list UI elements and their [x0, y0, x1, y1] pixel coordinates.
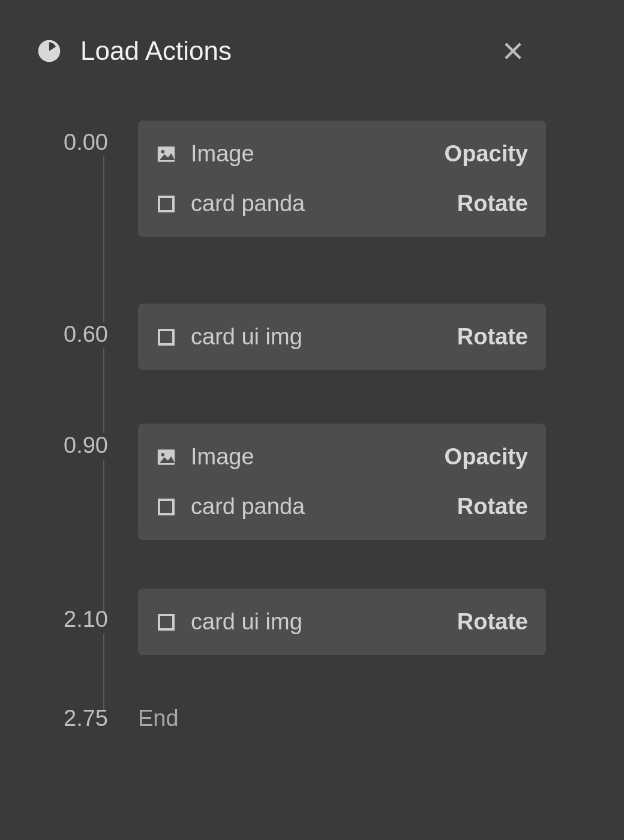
square-icon — [156, 327, 176, 347]
action-row-left: Image — [156, 141, 254, 167]
clock-icon — [36, 38, 62, 64]
action-row[interactable]: card panda Rotate — [156, 482, 528, 532]
action-target-name: Image — [191, 444, 254, 470]
timeline-rule — [103, 157, 104, 322]
action-group[interactable]: Image Opacity card panda Rotate — [138, 424, 546, 540]
load-actions-panel: Load Actions 0.00 — [18, 24, 546, 840]
action-row[interactable]: card ui img Rotate — [156, 312, 528, 362]
time-label: 0.60 — [36, 322, 108, 347]
action-property: Opacity — [445, 141, 528, 167]
close-icon — [500, 38, 526, 64]
action-property: Rotate — [457, 324, 528, 350]
action-row[interactable]: card ui img Rotate — [156, 597, 528, 647]
panel-title: Load Actions — [80, 36, 232, 66]
action-row-left: Image — [156, 444, 254, 470]
time-label: 0.90 — [36, 433, 108, 458]
square-icon — [156, 612, 176, 632]
svg-point-4 — [161, 149, 165, 153]
svg-rect-5 — [159, 197, 173, 211]
action-row-left: card ui img — [156, 324, 302, 350]
time-label: 0.00 — [36, 130, 108, 155]
action-target-name: card panda — [191, 191, 305, 217]
timeline: 0.00 Image Opacity — [18, 97, 546, 121]
timeline-rule — [103, 634, 104, 712]
action-target-name: card ui img — [191, 609, 302, 635]
action-row[interactable]: Image Opacity — [156, 432, 528, 482]
time-label-end: 2.75 — [36, 706, 108, 731]
action-property: Opacity — [445, 444, 528, 470]
time-label: 2.10 — [36, 607, 108, 632]
image-icon — [156, 144, 176, 164]
panel-header: Load Actions — [18, 24, 546, 97]
end-label: End — [138, 706, 179, 731]
svg-rect-10 — [159, 615, 173, 629]
action-target-name: Image — [191, 141, 254, 167]
timeline-rule — [103, 460, 104, 614]
timeline-rule — [103, 349, 104, 433]
action-property: Rotate — [457, 191, 528, 217]
header-left: Load Actions — [36, 36, 232, 66]
action-target-name: card ui img — [191, 324, 302, 350]
action-row-left: card panda — [156, 191, 305, 217]
action-target-name: card panda — [191, 494, 305, 520]
image-icon — [156, 447, 176, 467]
action-property: Rotate — [457, 609, 528, 635]
action-group[interactable]: card ui img Rotate — [138, 589, 546, 655]
action-row-left: card panda — [156, 494, 305, 520]
svg-rect-6 — [159, 330, 173, 344]
action-row[interactable]: Image Opacity — [156, 129, 528, 179]
action-row-left: card ui img — [156, 609, 302, 635]
action-group[interactable]: card ui img Rotate — [138, 304, 546, 370]
action-group[interactable]: Image Opacity card panda Rotate — [138, 121, 546, 237]
svg-rect-9 — [159, 500, 173, 514]
square-icon — [156, 194, 176, 214]
close-button[interactable] — [498, 36, 528, 66]
svg-point-8 — [161, 452, 165, 456]
action-row[interactable]: card panda Rotate — [156, 179, 528, 229]
square-icon — [156, 497, 176, 517]
action-property: Rotate — [457, 494, 528, 520]
